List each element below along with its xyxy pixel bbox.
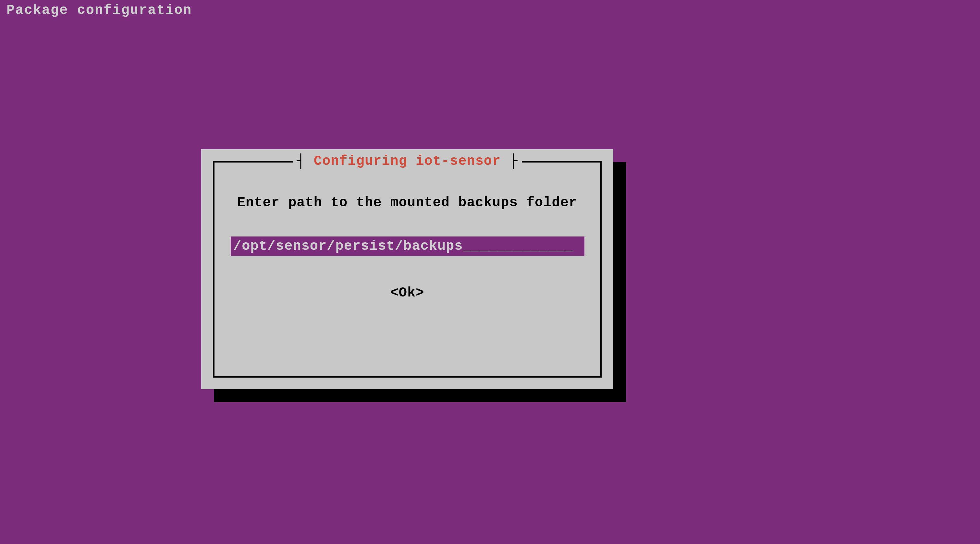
page-header-title: Package configuration [0, 0, 980, 21]
dialog-box: Configuring iot-sensor Enter path to the… [201, 149, 613, 389]
dialog-title-wrap: Configuring iot-sensor [215, 153, 600, 169]
dialog-wrapper: Configuring iot-sensor Enter path to the… [201, 149, 613, 389]
ok-button[interactable]: <Ok> [390, 285, 425, 301]
backup-path-input[interactable] [231, 237, 584, 256]
prompt-text: Enter path to the mounted backups folder [231, 195, 584, 210]
dialog-frame: Configuring iot-sensor Enter path to the… [213, 161, 601, 378]
dialog-content: Enter path to the mounted backups folder… [215, 162, 600, 314]
dialog-title: Configuring iot-sensor [293, 153, 522, 169]
